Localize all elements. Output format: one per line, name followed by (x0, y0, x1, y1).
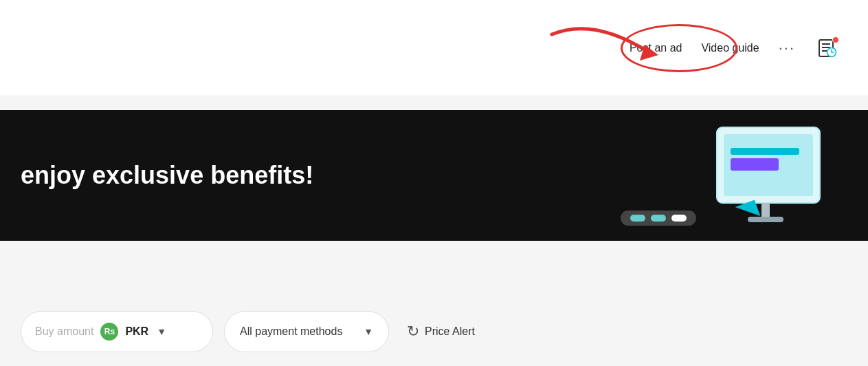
svg-rect-12 (731, 148, 799, 155)
price-alert-button[interactable]: ↻ Price Alert (400, 313, 482, 350)
svg-rect-11 (731, 158, 779, 171)
carousel-dot-1[interactable] (630, 215, 645, 222)
banner-text: enjoy exclusive benefits! (0, 161, 313, 190)
buy-amount-placeholder: Buy amount (35, 325, 93, 338)
payment-method-label: All payment methods (240, 325, 355, 338)
orders-icon-button[interactable] (814, 35, 841, 61)
carousel-dots[interactable] (621, 211, 696, 226)
price-alert-icon: ↻ (407, 323, 419, 341)
currency-symbol: Rs (104, 327, 115, 336)
buy-amount-input-wrap[interactable]: Buy amount Rs PKR ▼ (21, 311, 213, 352)
monitor-graphic (703, 120, 854, 234)
payment-method-chevron-icon: ▼ (364, 326, 373, 337)
svg-rect-13 (761, 203, 770, 217)
header: Post an ad Video guide ··· (0, 0, 868, 96)
price-alert-label: Price Alert (425, 325, 475, 338)
currency-dropdown-icon[interactable]: ▼ (157, 326, 166, 337)
post-an-ad-link[interactable]: Post an ad (630, 42, 682, 54)
notification-dot (832, 36, 839, 43)
carousel-dot-3[interactable] (671, 215, 687, 222)
filter-bar: Buy amount Rs PKR ▼ All payment methods … (0, 297, 868, 366)
more-options-button[interactable]: ··· (779, 39, 795, 57)
currency-badge: Rs (100, 323, 118, 341)
promo-banner: enjoy exclusive benefits! (0, 110, 868, 241)
carousel-dot-2[interactable] (651, 215, 666, 222)
payment-method-dropdown[interactable]: All payment methods ▼ (224, 311, 389, 352)
currency-code: PKR (125, 325, 148, 338)
video-guide-link[interactable]: Video guide (701, 42, 759, 54)
